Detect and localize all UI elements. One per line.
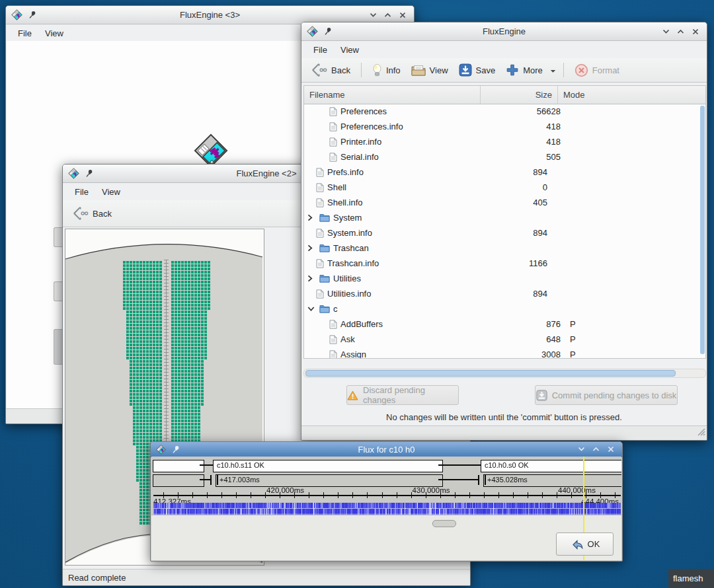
menu-view[interactable]: View <box>38 26 70 41</box>
axis-tick <box>615 492 615 498</box>
table-row[interactable]: Preferences56628 <box>304 104 700 119</box>
table-row[interactable]: Preferences.info418 <box>304 119 700 134</box>
flux-density-band[interactable] <box>153 503 621 515</box>
table-row[interactable]: Trashcan.info1166 <box>304 256 700 271</box>
file-icon <box>329 153 337 162</box>
maximize-button[interactable] <box>677 28 684 35</box>
axis-tick <box>600 492 601 498</box>
menu-view[interactable]: View <box>95 184 127 200</box>
menu-file[interactable]: File <box>68 184 95 200</box>
commit-pending-button[interactable]: Commit pending changes to disk <box>535 385 678 405</box>
sector-box-s0[interactable]: c10.h0.s0 OK <box>481 460 621 472</box>
more-button[interactable]: More <box>500 61 548 79</box>
vertical-scrollbar-thumb[interactable] <box>700 106 705 354</box>
record-box-r1[interactable]: +417.003ms <box>216 474 443 487</box>
splitter-handle[interactable] <box>432 520 456 527</box>
file-icon <box>329 320 337 329</box>
table-row[interactable]: AddBuffers876P <box>304 316 700 332</box>
file-icon <box>316 229 324 238</box>
tree-expand-icon[interactable] <box>307 244 316 252</box>
ok-button[interactable]: OK <box>556 533 614 556</box>
file-name: Shell <box>327 182 346 192</box>
record-box-r2[interactable]: +435.028ms <box>483 474 621 487</box>
column-header-size[interactable]: Size <box>481 86 558 104</box>
vertical-scrollbar[interactable] <box>700 104 705 357</box>
table-row[interactable]: Serial.info505 <box>304 149 700 165</box>
table-row[interactable]: System.info894 <box>304 225 700 240</box>
table-row[interactable]: Prefs.info894 <box>304 165 700 180</box>
file-size: 3008 <box>495 349 563 358</box>
desktop: FluxEngine <3> File View Pick one of: Fl… <box>0 0 714 588</box>
record-box-partial[interactable] <box>153 474 204 487</box>
axis-tick-label: 430.000ms <box>413 486 450 494</box>
tree-expand-icon[interactable] <box>307 275 316 282</box>
file-name-cell: System <box>304 213 473 223</box>
back-button[interactable]: Back <box>67 203 117 223</box>
close-button[interactable] <box>399 11 406 18</box>
more-dropdown-arrow[interactable] <box>548 63 558 78</box>
table-row[interactable]: Ask648P <box>304 332 700 347</box>
column-header-mode[interactable]: Mode <box>558 86 705 104</box>
table-row[interactable]: Shell.info405 <box>304 195 700 210</box>
file-icon <box>316 183 324 192</box>
file-name: c <box>333 304 338 314</box>
axis-tick <box>207 492 208 498</box>
file-size: 505 <box>495 152 563 162</box>
table-row[interactable]: c <box>304 301 700 316</box>
tree-collapse-icon[interactable] <box>307 306 316 312</box>
back-label: Back <box>331 65 350 75</box>
table-row[interactable]: Utilities.info894 <box>304 286 700 301</box>
axis-tick <box>251 492 251 498</box>
file-name: Shell.info <box>327 198 362 207</box>
table-row[interactable]: Trashcan <box>304 240 700 256</box>
minimize-button[interactable] <box>370 11 377 18</box>
file-name: Assign <box>340 349 366 358</box>
titlebar-flux-viewer[interactable]: Flux for c10 h0 <box>151 442 622 457</box>
axis-tick <box>528 492 528 498</box>
back-button[interactable]: Back <box>305 60 356 80</box>
table-row[interactable]: System <box>304 210 700 225</box>
resize-grip[interactable] <box>696 427 705 439</box>
file-name: Preferences <box>340 106 387 116</box>
flux-lower-panel <box>151 515 621 560</box>
sector-box-partial[interactable] <box>153 460 204 472</box>
discard-pending-button[interactable]: Discard pending changes <box>346 385 459 405</box>
file-name: System.info <box>327 228 372 238</box>
minimize-button[interactable] <box>662 28 670 35</box>
menu-file[interactable]: File <box>11 26 38 41</box>
pin-icon[interactable] <box>324 27 332 36</box>
table-row[interactable]: Printer.info418 <box>304 134 700 149</box>
maximize-button[interactable] <box>592 446 600 453</box>
minimize-button[interactable] <box>578 446 585 453</box>
close-button[interactable] <box>607 446 614 453</box>
commit-label: Commit pending changes to disk <box>552 390 677 400</box>
pin-icon[interactable] <box>28 11 36 19</box>
fluxengine-logo-icon <box>156 445 166 455</box>
table-row[interactable]: Utilities <box>304 271 700 286</box>
file-icon <box>316 259 324 268</box>
menu-view[interactable]: View <box>334 42 366 57</box>
save-button[interactable]: Save <box>454 61 501 79</box>
titlebar-fluxengine-main[interactable]: FluxEngine <box>301 22 707 41</box>
more-label: More <box>523 65 543 75</box>
horizontal-scrollbar-thumb[interactable] <box>305 370 676 377</box>
sector-box-s11[interactable]: c10.h0.s11 OK <box>213 460 443 472</box>
tree-expand-icon[interactable] <box>307 214 316 221</box>
close-button[interactable] <box>692 28 699 35</box>
maximize-button[interactable] <box>384 11 391 18</box>
format-button[interactable]: Format <box>569 61 625 80</box>
pin-icon[interactable] <box>172 445 180 454</box>
pin-icon[interactable] <box>85 169 93 178</box>
file-size: 0 <box>481 182 550 192</box>
horizontal-scrollbar[interactable] <box>303 369 706 378</box>
axis-tick <box>411 492 412 498</box>
column-header-filename[interactable]: Filename <box>304 86 481 104</box>
view-button[interactable]: View <box>406 61 454 79</box>
file-name-cell: Prefs.info <box>304 167 481 177</box>
menu-file[interactable]: File <box>307 42 334 57</box>
file-mode: P <box>563 349 576 358</box>
info-button[interactable]: Info <box>367 61 406 80</box>
toolbar-separator <box>361 63 362 77</box>
table-row[interactable]: Assign3008P <box>304 347 700 358</box>
table-row[interactable]: Shell0 <box>304 180 700 195</box>
